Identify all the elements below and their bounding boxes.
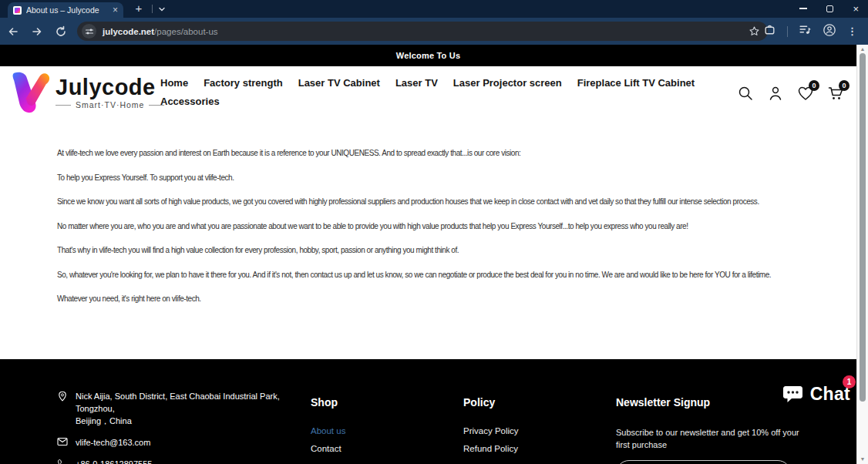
chat-unread-badge: 1 [843, 375, 856, 388]
footer-shop-column: Shop About us Contact [311, 396, 345, 462]
policy-heading: Policy [463, 396, 519, 409]
cart-count-badge: 0 [839, 80, 849, 91]
newsletter-email-input[interactable] [616, 460, 791, 464]
nav-item-laser-projector-screen[interactable]: Laser Projector screen [453, 76, 562, 90]
nav-item-laser-tv[interactable]: Laser TV [395, 76, 438, 90]
logo-mark-icon [9, 70, 51, 115]
newsletter-subtitle: Subscribe to our newsletter and get 10% … [616, 426, 799, 451]
toolbar-separator [787, 26, 788, 37]
location-pin-icon [57, 391, 68, 402]
browser-toolbar: julycode.net/pages/about-us [0, 18, 868, 45]
nav-item-laser-tv-cabinet[interactable]: Laser TV Cabinet [298, 76, 380, 90]
about-paragraph: At vlife-tech we love every passion and … [57, 148, 843, 159]
bookmark-star-icon[interactable] [749, 25, 760, 37]
footer-newsletter-column: Newsletter Signup Subscribe to our newsl… [616, 396, 799, 464]
wishlist-heart-icon[interactable]: 0 [797, 85, 814, 102]
nav-item-fireplace-lift-tv-cabinet[interactable]: Fireplace Lift TV Cabinet [577, 76, 695, 90]
footer-contact: Nick Aijia, South District, East Chaobai… [57, 390, 298, 464]
site-footer: Nick Aijia, South District, East Chaobai… [0, 359, 856, 464]
about-paragraph: Since we know you want all sorts of high… [57, 197, 843, 207]
media-controls-icon[interactable] [799, 23, 812, 39]
footer-link-contact[interactable]: Contact [311, 444, 345, 453]
nav-item-factory-strength[interactable]: Factory strength [204, 76, 283, 90]
about-paragraph: To help you Express Yourself. To support… [57, 173, 843, 183]
about-paragraph: No matter where you are, who you are and… [57, 221, 843, 232]
browser-tab[interactable]: About us – Julycode [8, 2, 123, 18]
about-paragraph: So, whatever you're looking for, we plan… [57, 270, 843, 281]
cart-icon[interactable]: 0 [827, 85, 844, 102]
footer-policy-column: Policy Privacy Policy Refund Policy [463, 396, 519, 462]
nav-item-accessories[interactable]: Accessories [160, 94, 220, 109]
back-icon[interactable] [4, 22, 22, 40]
page-scrollbar[interactable] [856, 45, 868, 464]
address-row: Nick Aijia, South District, East Chaobai… [57, 390, 298, 427]
tab-title: About us – Julycode [26, 5, 108, 15]
main-nav: Home Factory strength Laser TV Cabinet L… [160, 76, 718, 109]
menu-kebab-icon[interactable] [847, 25, 857, 37]
footer-link-privacy-policy[interactable]: Privacy Policy [463, 426, 519, 435]
scrollbar-down-arrow-icon[interactable] [857, 456, 868, 462]
nav-item-home[interactable]: Home [160, 76, 188, 90]
url-path: /pages/about-us [154, 27, 217, 36]
phone-text: +86-0-18612897555 [76, 458, 152, 464]
chat-widget[interactable]: Chat 1 [782, 384, 850, 405]
reload-icon[interactable] [52, 22, 69, 40]
chat-bubble-icon [782, 384, 803, 405]
restore-icon[interactable] [826, 5, 833, 12]
scrollbar-up-arrow-icon[interactable] [857, 46, 868, 52]
about-paragraph: Whatever you need, it's right here on vl… [57, 294, 843, 304]
logo-tagline: Smart·TV·Home [56, 100, 164, 109]
forward-icon[interactable] [28, 22, 45, 40]
phone-row: +86-0-18612897555 [57, 458, 298, 464]
footer-link-refund-policy[interactable]: Refund Policy [463, 444, 519, 453]
tab-separator [152, 5, 153, 13]
url-bar[interactable]: julycode.net/pages/about-us [77, 22, 768, 41]
about-content: At vlife-tech we love every passion and … [0, 125, 856, 359]
extensions-icon[interactable] [763, 23, 776, 39]
account-icon[interactable] [767, 85, 784, 102]
email-text: vlife-tech@163.com [76, 436, 150, 449]
footer-link-about-us[interactable]: About us [311, 426, 345, 435]
header-actions: 0 0 [737, 85, 844, 102]
search-icon[interactable] [737, 85, 754, 102]
new-tab-button[interactable] [132, 2, 146, 15]
profile-icon[interactable] [823, 23, 836, 40]
announcement-bar: Welcome To Us [0, 45, 856, 66]
page-viewport: Welcome To Us Julycode [0, 45, 868, 464]
newsletter-heading: Newsletter Signup [616, 396, 799, 409]
shop-heading: Shop [311, 396, 345, 409]
scrollbar-thumb[interactable] [860, 53, 866, 402]
site-logo[interactable]: Julycode Smart·TV·Home [9, 70, 164, 115]
phone-icon [57, 459, 68, 464]
tab-favicon-icon [13, 6, 22, 15]
tab-strip: About us – Julycode [0, 0, 868, 18]
site-header: Julycode Smart·TV·Home Home Factory stre… [0, 66, 856, 125]
tab-close-icon[interactable] [113, 5, 118, 15]
logo-text: Julycode [56, 76, 164, 99]
site-info-icon[interactable] [82, 24, 96, 39]
url-text: julycode.net/pages/about-us [103, 27, 218, 36]
url-host: julycode.net [103, 27, 154, 36]
window-controls [799, 2, 859, 15]
email-row: vlife-tech@163.com [57, 436, 298, 449]
close-window-icon[interactable] [853, 4, 859, 14]
tab-search-chevron-icon[interactable] [157, 5, 167, 14]
wishlist-count-badge: 0 [809, 80, 819, 91]
about-paragraph: That's why in vlife-tech you will find a… [57, 245, 843, 256]
email-icon [57, 437, 68, 446]
minimize-icon[interactable] [799, 8, 807, 9]
address-text: Nick Aijia, South District, East Chaobai… [76, 390, 298, 427]
